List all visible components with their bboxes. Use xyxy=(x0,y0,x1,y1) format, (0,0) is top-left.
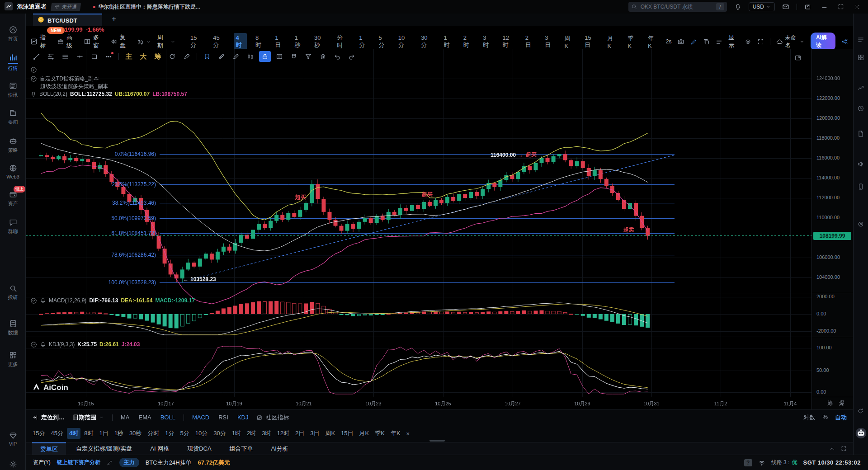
timeframe-45分[interactable]: 45分 xyxy=(211,33,227,51)
bottom-tab-AI分析[interactable]: AI分析 xyxy=(263,442,297,455)
bottom-timeframe-2时[interactable]: 2时 xyxy=(245,428,258,439)
bottom-timeframe-5分[interactable]: 5分 xyxy=(178,428,192,439)
bottom-timeframe-月K[interactable]: 月K xyxy=(357,428,372,439)
timeframe-5分[interactable]: 5分 xyxy=(377,33,390,51)
sidebar-item-vip[interactable]: VIP xyxy=(0,432,26,446)
rail-target-button[interactable] xyxy=(857,221,864,228)
screenshot-button[interactable] xyxy=(677,38,684,45)
draw-tool-funnel[interactable] xyxy=(302,51,314,62)
timeframe-12时[interactable]: 12时 xyxy=(500,33,517,51)
axis-toggle-爆[interactable]: 爆 xyxy=(839,400,844,407)
draw-tool-note[interactable] xyxy=(274,51,285,62)
asset-toggle[interactable]: 资产(¥) xyxy=(33,459,51,466)
timeframe-8时[interactable]: 8时 xyxy=(253,33,266,51)
maximize-button[interactable] xyxy=(835,4,847,10)
kdj-header[interactable]: KDJ(9,3,3) K:25.75 D:26.61 J:24.03 xyxy=(30,341,140,348)
draw-tool-refresh[interactable] xyxy=(166,51,178,62)
target-button[interactable] xyxy=(745,38,751,45)
timeframe-30秒[interactable]: 30秒 xyxy=(312,33,328,51)
notifications-button[interactable] xyxy=(731,3,744,10)
draw-tool-hlines3[interactable] xyxy=(59,51,71,62)
bottom-tab-组合下单[interactable]: 组合下单 xyxy=(222,442,261,455)
search-box[interactable]: OKX BTC/USDT 永续 / xyxy=(628,2,727,12)
rail-file-button[interactable] xyxy=(857,130,864,137)
bottom-timeframe-12时[interactable]: 12时 xyxy=(274,428,291,439)
timeframe-30分[interactable]: 30分 xyxy=(419,33,435,51)
sidebar-item-要闻[interactable]: 要闻 xyxy=(0,108,26,126)
draw-tool-筹[interactable]: 筹 xyxy=(152,51,164,62)
toolbar-button-1[interactable]: 指标 xyxy=(30,33,51,50)
bottom-timeframe-30秒[interactable]: 30秒 xyxy=(127,428,144,439)
bottom-timeframe-1分[interactable]: 1分 xyxy=(163,428,176,439)
sidebar-item-资产[interactable]: 资产链上 xyxy=(0,190,26,207)
bottom-tab-自定义指标/回测/实盘[interactable]: 自定义指标/回测/实盘 xyxy=(68,442,140,455)
axis-toggle-筹[interactable]: 筹 xyxy=(827,400,833,407)
sidebar-settings-button[interactable] xyxy=(0,460,26,468)
draw-button[interactable] xyxy=(690,38,697,45)
bottom-tab-AI 网格[interactable]: AI 网格 xyxy=(142,442,177,455)
overlay-EMA[interactable]: EMA xyxy=(139,414,151,421)
bottom-timeframe-2日[interactable]: 2日 xyxy=(293,428,307,439)
fullscreen-button[interactable] xyxy=(757,38,764,45)
bottom-timeframe-3时[interactable]: 3时 xyxy=(259,428,273,439)
draw-tool-pencil[interactable] xyxy=(230,51,242,62)
rail-speaker-button[interactable] xyxy=(857,160,864,168)
toolbar-button-3[interactable]: 多窗 xyxy=(84,33,104,50)
bottom-timeframe-8时[interactable]: 8时 xyxy=(82,428,95,439)
bottom-timeframe-45分[interactable]: 45分 xyxy=(48,428,65,439)
price-axis[interactable]: 108199.99 筹爆 124000.00122000.00120000.00… xyxy=(811,49,853,409)
sidebar-item-数据[interactable]: 数据 xyxy=(0,319,26,336)
indicator-KDJ[interactable]: KDJ xyxy=(237,414,249,421)
draw-tool-candles[interactable] xyxy=(245,51,256,62)
horizontal-scrollbar[interactable] xyxy=(429,440,445,442)
timeframe-1日[interactable]: 1日 xyxy=(273,33,286,51)
draw-tool-magnet[interactable] xyxy=(288,51,300,62)
timeframe-周K[interactable]: 周K xyxy=(562,33,576,51)
scale-%[interactable]: % xyxy=(822,414,828,422)
bottom-tab-委单区[interactable]: 委单区 xyxy=(32,442,66,455)
draw-tool-flag[interactable] xyxy=(201,51,213,62)
chart-area[interactable]: 自定义TD指标策略_副本 超级波段追踪多头策略_副本 BOLL(20,2) BO… xyxy=(26,49,811,409)
collapse-panel-icon[interactable] xyxy=(829,446,835,452)
draw-tool-ruler[interactable] xyxy=(216,51,227,62)
indicator-RSI[interactable]: RSI xyxy=(218,414,228,421)
timeframe-分时[interactable]: 分时 xyxy=(335,32,350,51)
timeframe-2日[interactable]: 2日 xyxy=(523,33,536,51)
line-label[interactable]: 线路 3 : xyxy=(771,459,790,466)
scale-对数[interactable]: 对数 xyxy=(803,414,815,422)
date-axis[interactable]: 10月1510月1710月1910月2110月2310月2510月2710月29… xyxy=(26,398,811,409)
strategy-legend-2[interactable]: 超级波段追踪多头策略_副本 xyxy=(30,83,187,90)
strategy-legend-1[interactable]: 自定义TD指标策略_副本 xyxy=(30,75,187,82)
help-button[interactable]: ? xyxy=(744,459,752,466)
timeframe-4时[interactable]: 4时 xyxy=(234,33,247,51)
indicator-MACD[interactable]: MACD xyxy=(192,414,209,421)
refresh-speed[interactable]: 2s xyxy=(666,38,672,45)
bottom-timeframe-1日[interactable]: 1日 xyxy=(97,428,110,439)
main-force-badge[interactable]: 主力 xyxy=(119,458,139,467)
bottom-timeframe-季K[interactable]: 季K xyxy=(373,428,387,439)
bottom-timeframe-年K[interactable]: 年K xyxy=(388,428,403,439)
draw-tool-hline[interactable] xyxy=(74,51,85,62)
boll-legend[interactable]: BOLL(20,2) BOLL:112725.32 UB:116700.07 L… xyxy=(30,90,187,98)
timeframe-季K[interactable]: 季K xyxy=(625,33,639,51)
sidebar-item-群聊[interactable]: 群聊 xyxy=(0,218,26,235)
sidebar-item-Web3[interactable]: Web3 xyxy=(0,164,26,179)
close-button[interactable] xyxy=(851,4,863,10)
sidebar-item-投研[interactable]: 投研 xyxy=(0,284,26,301)
expand-panel-icon[interactable] xyxy=(841,446,847,451)
bottom-timeframe-1秒[interactable]: 1秒 xyxy=(112,428,126,439)
settings-list-button[interactable] xyxy=(716,38,722,45)
bottom-timeframe-30分[interactable]: 30分 xyxy=(211,428,228,439)
draw-tool-pen2[interactable] xyxy=(181,51,193,62)
draw-tool-trash[interactable] xyxy=(317,51,329,62)
bottom-timeframe-15日[interactable]: 15日 xyxy=(339,428,355,439)
share-button[interactable] xyxy=(841,38,849,45)
timeframe-1秒[interactable]: 1秒 xyxy=(292,33,306,51)
layout-select[interactable]: 未命名 xyxy=(776,34,805,49)
display-button[interactable]: 显示 xyxy=(728,33,739,50)
axis-toggles[interactable]: 筹爆 xyxy=(827,400,844,407)
draw-tool-trendline[interactable] xyxy=(30,51,42,62)
rail-refresh-button[interactable] xyxy=(857,408,864,414)
macd-header[interactable]: MACD(12,26,9) DIF:-766.13 DEA:-161.54 MA… xyxy=(30,297,195,305)
timeframe-3日[interactable]: 3日 xyxy=(542,33,556,51)
